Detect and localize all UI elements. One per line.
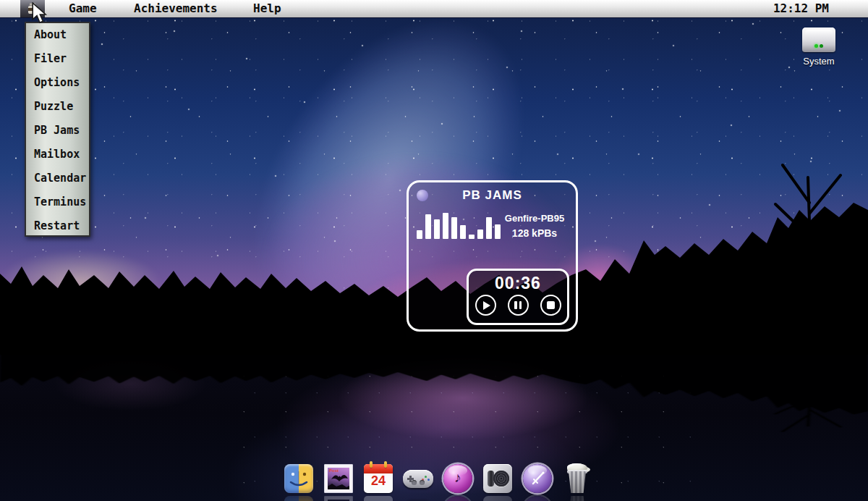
pb-jams-window: PB JAMS Genfire-PB95 128 kPBs 00:36: [407, 180, 578, 332]
dock-item-mailbox[interactable]: Post Post: [323, 463, 354, 501]
eq-bar: [469, 235, 475, 239]
dock-item-filer[interactable]: [284, 463, 314, 501]
dock-item-calendar[interactable]: 24 24: [363, 463, 393, 501]
pause-icon: [514, 301, 522, 309]
eq-bar: [434, 219, 440, 239]
eq-bar: [425, 214, 431, 239]
menu-clock: 12:12 PM: [773, 0, 829, 17]
menu-help[interactable]: Help: [253, 0, 281, 17]
stop-icon: [547, 301, 555, 309]
hard-disk-icon: [802, 28, 835, 52]
safe-icon: [482, 463, 513, 494]
eq-bar: [477, 230, 483, 239]
music-note-glyph: ♪: [454, 470, 461, 486]
dock-item-safe[interactable]: [482, 463, 513, 501]
menu-achievements[interactable]: Achievements: [134, 0, 218, 17]
terminus-orb-icon: [522, 463, 553, 494]
player-controls-panel: 00:36: [467, 269, 569, 325]
mouse-cursor: [31, 2, 48, 24]
dropdown-item-about[interactable]: About: [26, 23, 89, 47]
disk-led: [814, 44, 818, 48]
play-button[interactable]: [475, 295, 496, 316]
trash-icon: [562, 463, 592, 494]
equalizer: [417, 209, 502, 239]
dock-item-terminus[interactable]: [522, 463, 553, 501]
dock: Post Post: [284, 463, 592, 501]
mail-stamp-icon: Post: [323, 463, 354, 494]
desktop: Game Achievements Help 12:12 PM About Fi…: [0, 0, 868, 501]
dropdown-item-terminus[interactable]: Terminus: [26, 190, 89, 214]
calendar-day: 24: [364, 473, 393, 489]
music-orb-icon: ♪: [443, 463, 473, 494]
menu-game[interactable]: Game: [69, 0, 97, 17]
eq-bar: [417, 230, 422, 239]
dropdown-item-pb-jams[interactable]: PB Jams: [26, 119, 89, 143]
pause-button[interactable]: [508, 295, 529, 316]
dropdown-item-restart[interactable]: Restart: [26, 214, 89, 238]
filer-face-icon: [284, 463, 314, 494]
dropdown-item-calendar[interactable]: Calendar: [26, 167, 89, 190]
track-name: Genfire-PB95: [497, 213, 572, 224]
eq-bar: [486, 217, 492, 239]
track-bitrate: 128 kPBs: [497, 227, 572, 239]
menu-bar: Game Achievements Help 12:12 PM: [0, 0, 868, 17]
pb-dropdown-menu: About Filer Options Puzzle PB Jams Mailb…: [25, 22, 90, 237]
system-disk-label: System: [797, 56, 841, 67]
dropdown-item-mailbox[interactable]: Mailbox: [26, 143, 89, 167]
eq-bar: [460, 225, 466, 239]
system-disk[interactable]: System: [797, 28, 841, 67]
eq-bar: [451, 217, 457, 239]
stop-button[interactable]: [540, 295, 561, 316]
eq-bar: [443, 213, 448, 239]
game-controller-icon: [403, 463, 433, 494]
play-icon: [483, 301, 490, 310]
dropdown-item-options[interactable]: Options: [26, 71, 89, 95]
player-title: PB JAMS: [409, 188, 576, 203]
dropdown-item-puzzle[interactable]: Puzzle: [26, 95, 89, 119]
tree-reflection: [0, 346, 868, 444]
dock-item-puzzle[interactable]: [403, 463, 433, 501]
dock-item-pb-jams[interactable]: ♪ ♪: [443, 463, 473, 501]
calendar-icon: 24: [363, 463, 393, 494]
dock-item-trash[interactable]: [562, 463, 592, 501]
elapsed-time: 00:36: [469, 274, 567, 293]
dropdown-item-filer[interactable]: Filer: [26, 47, 89, 71]
